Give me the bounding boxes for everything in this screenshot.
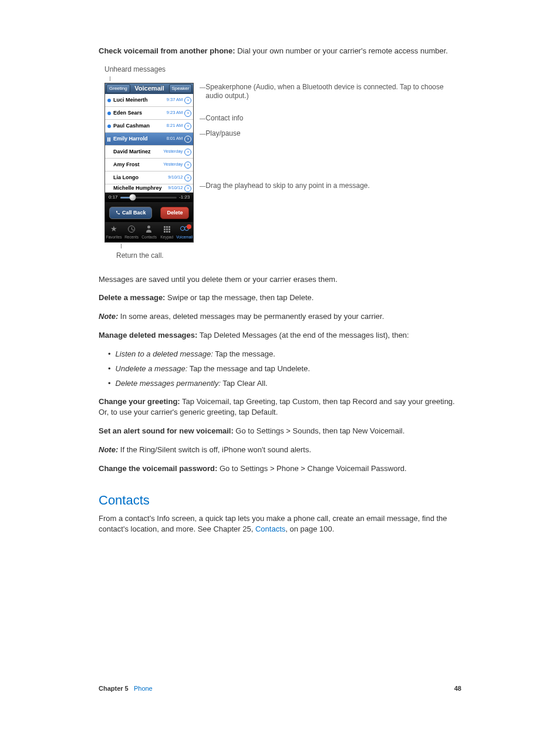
message-name: Lia Longo xyxy=(113,174,168,181)
delete-text: Swipe or tap the message, then tap Delet… xyxy=(165,293,313,302)
callout-play-pause: Play/pause xyxy=(200,129,461,137)
call-back-label: Call Back xyxy=(122,209,146,217)
footer-chapter: Chapter 5 Phone xyxy=(99,684,153,694)
message-row[interactable]: Luci Meinerth 9:37 AM › xyxy=(105,94,193,107)
callout-playhead: Drag the playhead to skip to any point i… xyxy=(200,181,461,190)
info-chevron-icon[interactable]: › xyxy=(184,110,191,117)
note1-text: In some areas, deleted messages may be p… xyxy=(118,312,384,321)
message-time: 9:37 AM xyxy=(167,97,183,103)
p-note1: Note: In some areas, deleted messages ma… xyxy=(99,311,461,322)
greeting-button[interactable]: Greeting xyxy=(106,84,130,93)
delete-label: Delete a message: xyxy=(99,293,165,302)
callouts: Speakerphone (Audio, when a Bluetooth de… xyxy=(200,83,461,190)
tab-recents[interactable]: Recents xyxy=(123,225,140,240)
contacts-link[interactable]: Contacts xyxy=(255,525,285,533)
note2-label: Note: xyxy=(99,445,118,454)
li1-label: Listen to a deleted message: xyxy=(116,349,213,358)
heard-spacer xyxy=(107,176,111,180)
alert-label: Set an alert sound for new voicemail: xyxy=(99,426,234,435)
tab-favorites[interactable]: ★ Favorites xyxy=(105,225,123,240)
p-greeting: Change your greeting: Tap Voicemail, tap… xyxy=(99,396,461,419)
check-text: Dial your own number or your carrier's r… xyxy=(235,46,448,55)
check-label: Check voicemail from another phone: xyxy=(99,46,235,55)
phone-screenshot: Greeting Voicemail Speaker Luci Meinerth… xyxy=(104,83,194,243)
message-name: Eden Sears xyxy=(113,109,167,117)
tab-bar: ★ Favorites Recents Contacts Keypad xyxy=(105,222,193,242)
star-icon: ★ xyxy=(110,225,119,234)
tab-keypad[interactable]: Keypad xyxy=(158,225,176,240)
p-saved: Messages are saved until you delete them… xyxy=(99,274,461,285)
tab-contacts[interactable]: Contacts xyxy=(140,225,158,240)
tab-label: Favorites xyxy=(106,234,122,240)
list-item: Listen to a deleted message: Tap the mes… xyxy=(108,349,461,360)
voicemail-title: Voicemail xyxy=(134,84,164,93)
message-time: 8:21 AM xyxy=(167,123,183,129)
list-item: Undelete a message: Tap the message and … xyxy=(108,364,461,375)
heard-spacer xyxy=(107,150,111,154)
message-row[interactable]: Paul Cashman 8:21 AM › xyxy=(105,120,193,133)
p-manage: Manage deleted messages: Tap Deleted Mes… xyxy=(99,330,461,341)
tab-label: Contacts xyxy=(141,234,157,240)
message-time: 9:23 AM xyxy=(167,110,183,116)
li3-label: Delete messages permanently: xyxy=(116,379,221,388)
caption-tick-bottom xyxy=(121,244,122,248)
call-back-button[interactable]: Call Back xyxy=(109,207,153,219)
playhead-scrubber[interactable]: 0:17 -1:23 xyxy=(105,193,193,202)
info-chevron-icon[interactable]: › xyxy=(184,97,191,104)
message-name: Emily Harrold xyxy=(113,135,167,143)
speaker-button[interactable]: Speaker xyxy=(169,84,193,93)
time-elapsed: 0:17 xyxy=(109,194,118,201)
phone-icon xyxy=(116,210,120,215)
unread-dot-icon xyxy=(107,125,111,128)
greeting-label: Change your greeting: xyxy=(99,397,180,406)
tab-label: Keypad xyxy=(160,234,173,240)
page-footer: Chapter 5 Phone 48 xyxy=(99,684,461,694)
info-chevron-icon[interactable]: › xyxy=(184,123,191,130)
p-password: Change the voicemail password: Go to Set… xyxy=(99,463,461,475)
pwd-text: Go to Settings > Phone > Change Voicemai… xyxy=(217,464,406,473)
callout-contact-info: Contact info xyxy=(200,114,461,122)
li2-label: Undelete a message: xyxy=(116,364,188,373)
manage-label: Manage deleted messages: xyxy=(99,331,197,339)
chapter-label: Chapter 5 xyxy=(99,685,129,692)
unread-dot-icon xyxy=(107,99,111,102)
scrub-track[interactable] xyxy=(120,197,177,199)
action-buttons: Call Back Delete xyxy=(105,202,193,222)
info-chevron-icon[interactable]: › xyxy=(184,149,191,156)
info-chevron-icon[interactable]: › xyxy=(184,174,191,181)
message-row-partial[interactable]: Michelle Humphrey 9/10/12 › xyxy=(105,184,193,193)
p-delete: Delete a message: Swipe or tap the messa… xyxy=(99,293,461,304)
message-name: David Martinez xyxy=(113,148,163,156)
voicemail-topbar: Greeting Voicemail Speaker xyxy=(105,83,193,94)
message-time: Yesterday xyxy=(163,162,183,168)
message-list: Luci Meinerth 9:37 AM › Eden Sears 9:23 … xyxy=(105,94,193,193)
time-remaining: -1:23 xyxy=(179,194,190,201)
message-name: Paul Cashman xyxy=(113,122,167,130)
info-chevron-icon[interactable]: › xyxy=(184,136,191,143)
message-row[interactable]: Lia Longo 9/10/12 › xyxy=(105,172,193,184)
p-alert: Set an alert sound for new voicemail: Go… xyxy=(99,426,461,437)
contacts-heading: Contacts xyxy=(99,491,461,510)
clock-icon xyxy=(127,225,136,234)
message-row[interactable]: Amy Frost Yesterday › xyxy=(105,159,193,172)
li2-text: Tap the message and tap Undelete. xyxy=(187,364,310,373)
message-name: Michelle Humphrey xyxy=(113,184,168,192)
message-row[interactable]: Eden Sears 9:23 AM › xyxy=(105,107,193,120)
voicemail-icon xyxy=(180,225,189,234)
tab-label: Recents xyxy=(124,234,139,240)
message-row-selected[interactable]: Emily Harrold 8:01 AM › xyxy=(105,133,193,146)
message-time: Yesterday xyxy=(163,149,183,155)
voicemail-figure: Unheard messages Greeting Voicemail Spea… xyxy=(104,65,461,261)
message-time: 9/10/12 xyxy=(168,174,183,181)
alert-text: Go to Settings > Sounds, then tap New Vo… xyxy=(234,426,405,435)
info-chevron-icon[interactable]: › xyxy=(184,162,191,169)
message-name: Amy Frost xyxy=(113,161,163,169)
message-row[interactable]: David Martinez Yesterday › xyxy=(105,146,193,159)
tab-voicemail[interactable]: Voicemail xyxy=(176,225,193,240)
info-chevron-icon[interactable]: › xyxy=(184,185,191,192)
manage-text: Tap Deleted Messages (at the end of the … xyxy=(197,331,409,339)
contacts-para: From a contact's Info screen, a quick ta… xyxy=(99,513,461,536)
delete-button[interactable]: Delete xyxy=(160,207,189,219)
pwd-label: Change the voicemail password: xyxy=(99,464,217,473)
playhead-knob[interactable] xyxy=(129,194,136,201)
